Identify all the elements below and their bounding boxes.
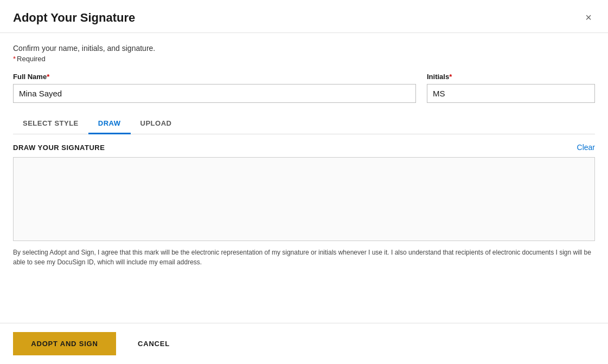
draw-section: DRAW YOUR SIGNATURE Clear By selecting A… <box>13 134 595 323</box>
full-name-group: Full Name* <box>13 73 416 103</box>
initials-input[interactable] <box>427 84 595 103</box>
required-star: * <box>13 55 16 63</box>
modal-body: Confirm your name, initials, and signatu… <box>0 33 608 323</box>
full-name-label: Full Name* <box>13 73 416 81</box>
clear-button[interactable]: Clear <box>577 143 595 152</box>
signature-canvas[interactable] <box>13 157 595 241</box>
initials-group: Initials* <box>427 73 595 103</box>
required-note: *Required <box>13 55 595 63</box>
subtitle: Confirm your name, initials, and signatu… <box>13 44 595 53</box>
initials-label: Initials* <box>427 73 595 81</box>
modal-header: Adopt Your Signature × <box>0 0 608 33</box>
tab-draw[interactable]: DRAW <box>88 114 131 134</box>
close-button[interactable]: × <box>582 11 595 24</box>
adopt-sign-button[interactable]: ADOPT AND SIGN <box>13 332 116 355</box>
modal-title: Adopt Your Signature <box>13 11 135 25</box>
draw-header-row: DRAW YOUR SIGNATURE Clear <box>13 143 595 152</box>
agreement-text: By selecting Adopt and Sign, I agree tha… <box>13 248 595 271</box>
tabs-row: SELECT STYLE DRAW UPLOAD <box>13 114 595 134</box>
tab-upload[interactable]: UPLOAD <box>131 114 182 134</box>
draw-section-label: DRAW YOUR SIGNATURE <box>13 144 105 152</box>
fields-row: Full Name* Initials* <box>13 73 595 103</box>
modal-footer: ADOPT AND SIGN CANCEL <box>0 323 608 364</box>
full-name-input[interactable] <box>13 84 416 103</box>
cancel-button[interactable]: CANCEL <box>125 332 183 355</box>
tab-select-style[interactable]: SELECT STYLE <box>13 114 88 134</box>
adopt-signature-modal: Adopt Your Signature × Confirm your name… <box>0 0 608 364</box>
